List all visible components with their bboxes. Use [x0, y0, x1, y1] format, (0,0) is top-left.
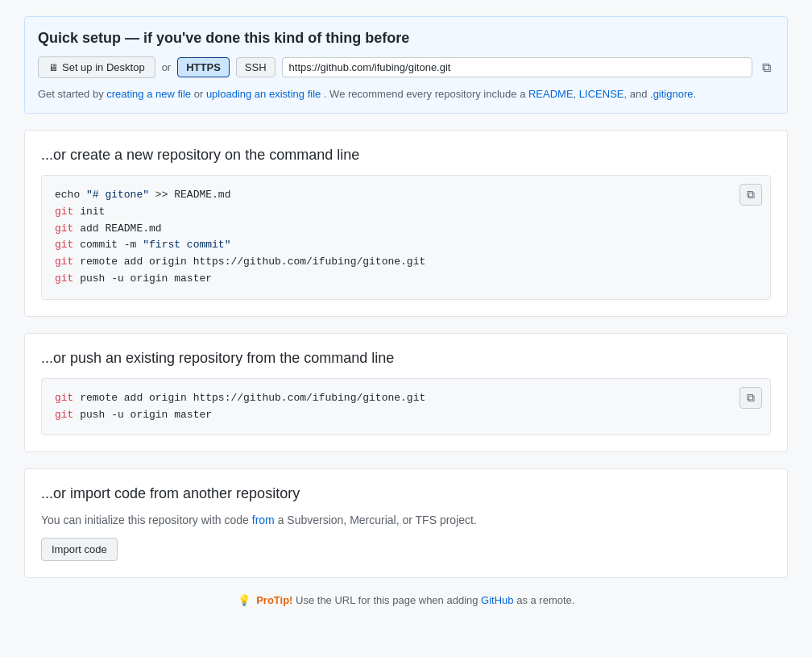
protip-after: as a remote.	[516, 594, 574, 606]
import-code-title: ...or import code from another repositor…	[41, 485, 771, 502]
create-repo-code-block: ⧉ echo "# gitone" >> README.mdgit initgi…	[41, 175, 771, 300]
push-repo-section: ...or push an existing repository from t…	[24, 333, 788, 453]
repo-url-input[interactable]	[289, 61, 745, 73]
from-link[interactable]: from	[252, 514, 278, 526]
code-line: git init	[55, 204, 757, 221]
copy-push-code-button[interactable]: ⧉	[740, 387, 762, 409]
code-line: git push -u origin master	[55, 271, 757, 288]
ssh-button[interactable]: SSH	[236, 57, 276, 77]
protip-section: 💡 ProTip! Use the URL for this page when…	[24, 594, 788, 606]
quick-setup-controls: 🖥 Set up in Desktop or HTTPS SSH ⧉	[38, 56, 774, 78]
desktop-icon: 🖥	[48, 62, 58, 73]
copy-url-button[interactable]: ⧉	[759, 59, 774, 77]
clipboard-icon: ⧉	[762, 60, 771, 74]
push-repo-title: ...or push an existing repository from t…	[41, 350, 771, 367]
https-button[interactable]: HTTPS	[177, 57, 230, 77]
readme-link[interactable]: README	[528, 88, 574, 100]
protip-label: ProTip!	[256, 594, 292, 606]
import-code-button[interactable]: Import code	[41, 538, 118, 561]
bulb-icon: 💡	[238, 594, 251, 606]
quick-setup-hint: Get started by creating a new file or up…	[38, 88, 774, 100]
quick-setup-section: Quick setup — if you've done this kind o…	[24, 16, 788, 114]
import-code-section: ...or import code from another repositor…	[24, 468, 788, 578]
code-line: git push -u origin master	[55, 407, 757, 424]
gitignore-link[interactable]: .gitignore	[650, 88, 693, 100]
create-repo-title: ...or create a new repository on the com…	[41, 147, 771, 164]
code-line: git remote add origin https://github.com…	[55, 390, 757, 407]
create-code-lines: echo "# gitone" >> README.mdgit initgit …	[55, 187, 757, 288]
upload-file-link[interactable]: uploading an existing file	[206, 88, 321, 100]
code-line: echo "# gitone" >> README.md	[55, 187, 757, 204]
push-repo-code-block: ⧉ git remote add origin https://github.c…	[41, 378, 771, 436]
protip-text: Use the URL for this page when adding	[296, 594, 481, 606]
create-file-link[interactable]: creating a new file	[106, 88, 191, 100]
setup-desktop-button[interactable]: 🖥 Set up in Desktop	[38, 56, 155, 78]
or-label: or	[162, 61, 172, 73]
code-line: git commit -m "first commit"	[55, 237, 757, 254]
code-line: git add README.md	[55, 221, 757, 238]
license-link[interactable]: LICENSE	[579, 88, 624, 100]
url-input-wrapper	[282, 57, 752, 77]
github-link[interactable]: GitHub	[481, 594, 513, 606]
push-code-lines: git remote add origin https://github.com…	[55, 390, 757, 424]
import-desc: You can initialize this repository with …	[41, 514, 771, 526]
copy-create-code-button[interactable]: ⧉	[740, 184, 762, 206]
quick-setup-title: Quick setup — if you've done this kind o…	[38, 30, 774, 47]
create-repo-section: ...or create a new repository on the com…	[24, 130, 788, 317]
code-line: git remote add origin https://github.com…	[55, 254, 757, 271]
